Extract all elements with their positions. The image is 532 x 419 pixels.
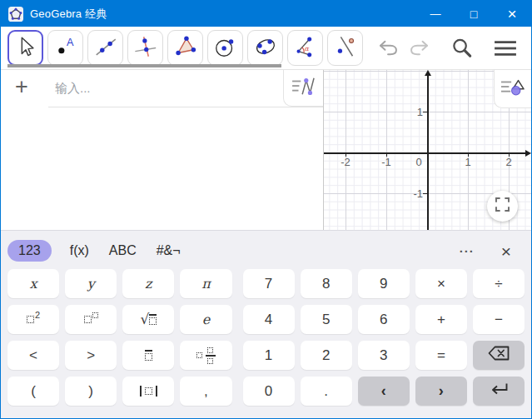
key-multiply[interactable]: × (415, 269, 467, 298)
toolbar-actions (377, 37, 518, 59)
conic-tool-button[interactable] (247, 30, 283, 66)
key-1[interactable]: 1 (243, 341, 295, 370)
minimize-button[interactable]: — (416, 1, 455, 27)
key-open-paren[interactable]: ( (7, 377, 59, 406)
key-enter[interactable] (473, 377, 525, 406)
key-e[interactable]: e (180, 305, 231, 334)
y-tick-label: -1 (413, 187, 423, 200)
key-recurring-decimal[interactable] (122, 341, 174, 370)
exponent-slot (92, 312, 98, 318)
key-2[interactable]: 2 (301, 341, 352, 370)
tab-123[interactable]: 123 (7, 240, 52, 262)
point-tool-button[interactable]: A (47, 30, 83, 66)
backspace-icon (488, 346, 510, 365)
key-divide[interactable]: ÷ (473, 269, 525, 298)
redo-icon[interactable] (408, 38, 430, 57)
key-x[interactable]: x (7, 269, 59, 298)
circle-tool-button[interactable] (207, 30, 243, 66)
maximize-button[interactable]: □ (455, 1, 493, 27)
virtual-keyboard: 123 f(x) ABC #&¬ ··· × x y z π 2 √ e (1, 230, 531, 418)
radical-icon: √ (140, 311, 149, 327)
key-8[interactable]: 8 (301, 269, 352, 298)
key-equals[interactable]: = (415, 341, 467, 370)
key-pi[interactable]: π (180, 269, 231, 298)
enter-icon (489, 382, 509, 400)
perpendicular-line-tool-button[interactable] (127, 30, 163, 66)
geogebra-window: GeoGebra 经典 — □ × A (0, 0, 532, 419)
point-icon: A (53, 34, 78, 62)
algebra-view: + 输入... (1, 70, 324, 230)
graphics-view[interactable]: -2 -1 0 1 2 1 -1 (324, 70, 531, 230)
key-cursor-left[interactable]: ‹ (358, 377, 410, 406)
algebra-style-button[interactable] (283, 70, 323, 107)
svg-text:A: A (66, 37, 73, 48)
key-comma[interactable]: , (180, 377, 231, 406)
close-button[interactable]: × (493, 1, 531, 27)
algebra-input-placeholder[interactable]: 输入... (55, 81, 91, 97)
key-backspace[interactable] (473, 341, 525, 370)
main-content: + 输入... -2 -1 0 1 (1, 70, 531, 230)
move-cursor-icon (13, 34, 38, 62)
tab-symbols[interactable]: #&¬ (155, 240, 182, 262)
algebra-input-row[interactable]: + 输入... (1, 70, 323, 107)
y-tick-label: 1 (417, 106, 423, 118)
input-slot (27, 316, 34, 323)
window-title: GeoGebra 经典 (30, 7, 107, 22)
reflection-tool-button[interactable] (327, 30, 363, 66)
conic-ellipse-icon (253, 34, 278, 62)
key-square[interactable]: 2 (7, 305, 59, 334)
x-tick-label: 2 (505, 156, 511, 168)
key-9[interactable]: 9 (358, 269, 410, 298)
move-tool-button[interactable] (7, 30, 43, 66)
key-close-paren[interactable]: ) (65, 377, 117, 406)
absolute-value-icon (140, 386, 157, 397)
key-greater-than[interactable]: > (65, 341, 117, 370)
algebra-style-icon (291, 76, 317, 101)
keyboard-more-icon[interactable]: ··· (460, 244, 475, 258)
key-5[interactable]: 5 (301, 305, 352, 334)
key-decimal-point[interactable]: . (301, 377, 352, 406)
key-6[interactable]: 6 (358, 305, 410, 334)
key-4[interactable]: 4 (243, 305, 295, 334)
toolbar-scrollbar[interactable] (7, 64, 281, 67)
add-input-icon[interactable]: + (15, 74, 28, 100)
toolbar: A (1, 27, 531, 70)
keyboard-tabs: 123 f(x) ABC #&¬ ··· × (7, 237, 525, 264)
key-3[interactable]: 3 (358, 341, 410, 370)
cursor-left-icon: ‹ (381, 382, 386, 400)
mixed-fraction-icon (196, 347, 216, 364)
key-sqrt[interactable]: √ (122, 305, 174, 334)
key-y[interactable]: y (65, 269, 117, 298)
key-power[interactable] (65, 305, 117, 334)
line-icon (93, 34, 118, 62)
key-plus[interactable]: + (415, 305, 467, 334)
angle-tool-button[interactable]: α (287, 30, 323, 66)
fullscreen-button[interactable] (487, 191, 518, 222)
key-minus[interactable]: − (473, 305, 525, 334)
key-mixed-fraction[interactable] (180, 341, 231, 370)
graphics-style-button[interactable] (494, 70, 531, 108)
x-tick-label: -2 (341, 156, 351, 168)
undo-icon[interactable] (377, 38, 400, 57)
key-absolute-value[interactable] (122, 377, 174, 406)
menu-icon[interactable] (493, 38, 518, 58)
keyboard-close-icon[interactable]: × (501, 242, 511, 260)
key-0[interactable]: 0 (243, 377, 295, 406)
y-tick (423, 193, 428, 195)
cursor-right-icon: › (439, 382, 444, 400)
search-icon[interactable] (450, 37, 473, 59)
key-7[interactable]: 7 (243, 269, 295, 298)
key-cursor-right[interactable]: › (415, 377, 467, 406)
tab-abc[interactable]: ABC (107, 240, 138, 262)
line-tool-button[interactable] (87, 30, 123, 66)
tool-buttons: A (7, 30, 363, 66)
circle-icon (213, 34, 238, 62)
key-less-than[interactable]: < (7, 341, 59, 370)
tab-fx[interactable]: f(x) (68, 240, 91, 262)
keyboard-keys: x y z π 2 √ e < > (7, 269, 525, 406)
polygon-icon (173, 34, 198, 62)
y-tick (423, 112, 428, 113)
key-z[interactable]: z (122, 269, 174, 298)
polygon-tool-button[interactable] (167, 30, 203, 66)
input-slot (84, 316, 92, 323)
